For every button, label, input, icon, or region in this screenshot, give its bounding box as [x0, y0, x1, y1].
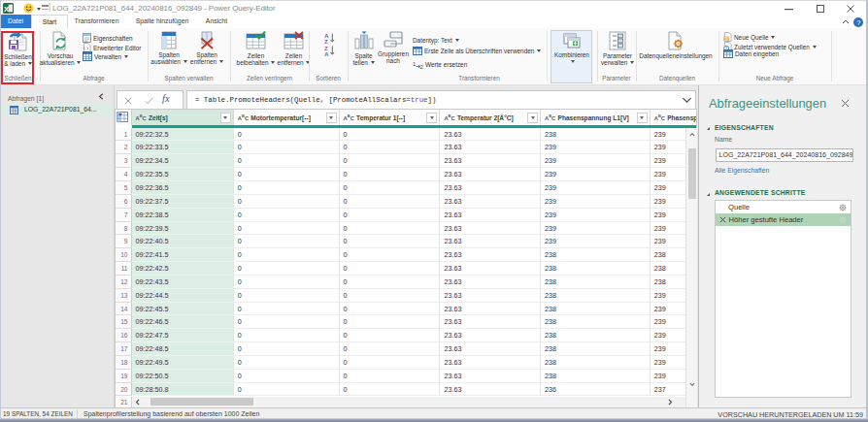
svg-text:Z: Z: [324, 38, 328, 44]
svg-text:?: ?: [856, 18, 860, 27]
svg-text:2: 2: [420, 63, 424, 69]
svg-text:1: 1: [413, 60, 417, 66]
svg-text:X: X: [4, 5, 10, 14]
svg-text:A: A: [324, 50, 329, 56]
